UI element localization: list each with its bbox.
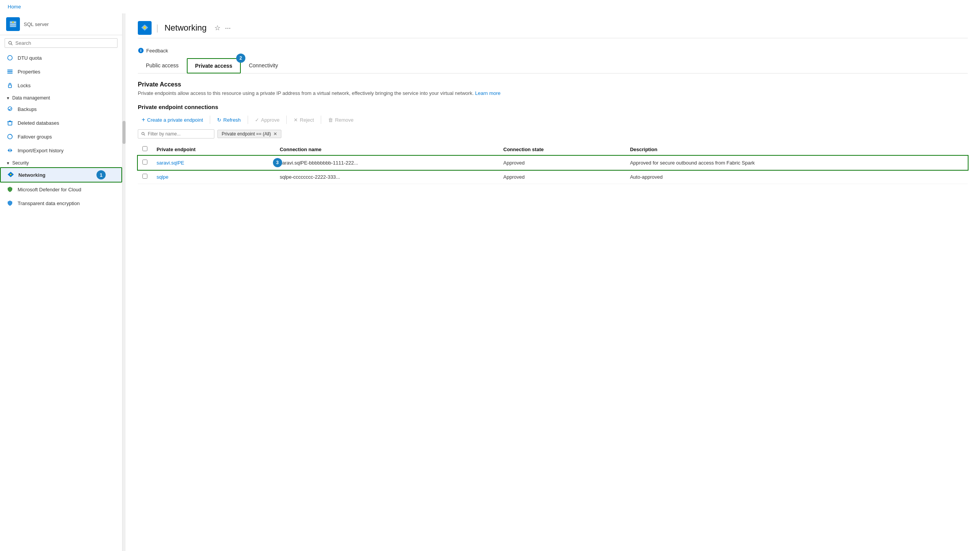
svg-line-3 bbox=[11, 44, 12, 45]
feedback-label: Feedback bbox=[146, 48, 168, 54]
row1-description: Approved for secure outbound access from… bbox=[626, 156, 968, 170]
toolbar-sep-3 bbox=[286, 116, 287, 124]
failover-icon bbox=[6, 133, 14, 140]
reject-button[interactable]: ✕ Reject bbox=[290, 115, 318, 125]
filter-input[interactable] bbox=[148, 131, 211, 137]
locks-icon bbox=[6, 82, 14, 89]
sidebar-item-transparent-data[interactable]: Transparent data encryption bbox=[0, 196, 122, 210]
sidebar-item-failover-groups[interactable]: Failover groups bbox=[0, 130, 122, 143]
row2-connection-name: sqlpe-cccccccc-2222-333... bbox=[275, 170, 499, 184]
sidebar-item-properties[interactable]: Properties bbox=[0, 65, 122, 78]
svg-point-13 bbox=[142, 132, 144, 135]
chevron-security-icon: ▼ bbox=[6, 161, 10, 165]
tab-public-access[interactable]: Public access bbox=[138, 58, 187, 73]
row2-endpoint: sqlpe bbox=[152, 170, 275, 184]
deleted-icon bbox=[6, 119, 14, 127]
tab-private-access[interactable]: Private access 2 bbox=[187, 58, 241, 73]
filter-bar: Private endpoint == (All) ✕ bbox=[138, 129, 968, 139]
home-link[interactable]: Home bbox=[0, 0, 980, 13]
th-connection-name: Connection name bbox=[275, 143, 499, 156]
toolbar-sep-1 bbox=[210, 116, 210, 124]
tabs-container: Public access Private access 2 Connectiv… bbox=[138, 58, 968, 73]
refresh-button[interactable]: ↻ Refresh bbox=[213, 115, 245, 125]
learn-more-link[interactable]: Learn more bbox=[475, 90, 500, 96]
toolbar: + Create a private endpoint ↻ Refresh ✓ … bbox=[138, 114, 968, 126]
filter-search-icon bbox=[141, 132, 145, 136]
main-content: | Networking ☆ ··· Feedback Public acces… bbox=[126, 13, 980, 551]
resource-icon bbox=[6, 17, 20, 31]
step1-badge: 1 bbox=[96, 170, 106, 179]
page-icon bbox=[138, 21, 152, 35]
filter-search-box bbox=[138, 129, 214, 139]
svg-point-11 bbox=[10, 174, 11, 175]
table-row: saravi.sqlPE 3 saravi.sqlPE-bbbbbbbb-111… bbox=[138, 156, 968, 170]
sidebar-item-backups[interactable]: Backups bbox=[0, 102, 122, 116]
row1-endpoint-link[interactable]: saravi.sqlPE bbox=[157, 160, 184, 166]
sidebar-item-import-export[interactable]: Import/Export history bbox=[0, 143, 122, 157]
remove-button[interactable]: 🗑 Remove bbox=[324, 115, 357, 125]
row2-checkbox[interactable] bbox=[142, 174, 147, 179]
select-all-checkbox[interactable] bbox=[142, 146, 147, 151]
networking-icon bbox=[7, 171, 15, 179]
th-connection-state: Connection state bbox=[499, 143, 626, 156]
import-export-icon bbox=[6, 147, 14, 154]
row1-connection-state: Approved bbox=[499, 156, 626, 170]
row2-connection-state: Approved bbox=[499, 170, 626, 184]
svg-rect-8 bbox=[8, 85, 11, 88]
approve-button[interactable]: ✓ Approve bbox=[251, 115, 283, 125]
tab-connectivity[interactable]: Connectivity bbox=[241, 58, 286, 73]
row2-description: Auto-approved bbox=[626, 170, 968, 184]
connections-title: Private endpoint connections bbox=[138, 104, 968, 110]
favorite-button[interactable]: ☆ bbox=[214, 24, 220, 32]
private-access-title: Private Access bbox=[138, 81, 968, 88]
svg-point-4 bbox=[8, 55, 12, 60]
th-description: Description bbox=[626, 143, 968, 156]
backups-icon bbox=[6, 105, 14, 113]
page-title: Networking bbox=[165, 23, 207, 33]
row2-endpoint-link[interactable]: sqlpe bbox=[157, 174, 168, 180]
search-icon bbox=[8, 41, 13, 46]
refresh-icon: ↻ bbox=[217, 117, 221, 123]
private-access-content: Private Access Private endpoints allow a… bbox=[138, 81, 968, 184]
row1-endpoint: saravi.sqlPE 3 bbox=[152, 156, 275, 170]
sidebar-nav: DTU quota Properties Locks ▼ Data manage… bbox=[0, 51, 122, 551]
more-options-button[interactable]: ··· bbox=[225, 24, 231, 32]
svg-point-1 bbox=[12, 21, 14, 23]
page-header: | Networking ☆ ··· bbox=[138, 21, 968, 38]
svg-rect-5 bbox=[7, 70, 13, 70]
svg-line-14 bbox=[144, 134, 145, 135]
section-data-management[interactable]: ▼ Data management bbox=[0, 92, 122, 102]
filter-tag[interactable]: Private endpoint == (All) ✕ bbox=[217, 130, 281, 138]
sidebar-item-microsoft-defender[interactable]: Microsoft Defender for Cloud bbox=[0, 183, 122, 196]
dto-quota-icon bbox=[6, 54, 14, 62]
sidebar-item-networking[interactable]: Networking 1 bbox=[0, 167, 122, 183]
chevron-icon: ▼ bbox=[6, 96, 10, 100]
filter-tag-close-icon[interactable]: ✕ bbox=[273, 131, 277, 137]
row1-checkbox[interactable] bbox=[142, 160, 147, 165]
row2-checkbox-cell[interactable] bbox=[138, 170, 152, 184]
toolbar-sep-2 bbox=[248, 116, 248, 124]
endpoint-table: Private endpoint Connection name Connect… bbox=[138, 143, 968, 184]
create-endpoint-button[interactable]: + Create a private endpoint bbox=[138, 114, 207, 126]
sidebar-scrollbar[interactable] bbox=[122, 13, 126, 551]
row1-checkbox-cell[interactable] bbox=[138, 156, 152, 170]
sidebar-item-deleted-databases[interactable]: Deleted databases bbox=[0, 116, 122, 130]
section-security[interactable]: ▼ Security bbox=[0, 157, 122, 167]
search-input[interactable] bbox=[15, 40, 114, 46]
feedback-bar[interactable]: Feedback bbox=[138, 44, 968, 58]
table-row: sqlpe sqlpe-cccccccc-2222-333... Approve… bbox=[138, 170, 968, 184]
sidebar-item-dto-quota[interactable]: DTU quota bbox=[0, 51, 122, 65]
plus-icon: + bbox=[142, 116, 145, 123]
toolbar-sep-4 bbox=[321, 116, 321, 124]
defender-icon bbox=[6, 186, 14, 193]
sidebar-item-locks[interactable]: Locks bbox=[0, 78, 122, 92]
properties-icon bbox=[6, 68, 14, 75]
private-access-desc: Private endpoints allow access to this r… bbox=[138, 90, 968, 96]
svg-rect-9 bbox=[8, 122, 12, 125]
transparent-data-icon bbox=[6, 199, 14, 207]
trash-icon: 🗑 bbox=[328, 117, 333, 123]
th-checkbox bbox=[138, 143, 152, 156]
svg-rect-6 bbox=[7, 71, 13, 72]
svg-point-2 bbox=[9, 41, 11, 44]
svg-point-12 bbox=[144, 26, 146, 29]
